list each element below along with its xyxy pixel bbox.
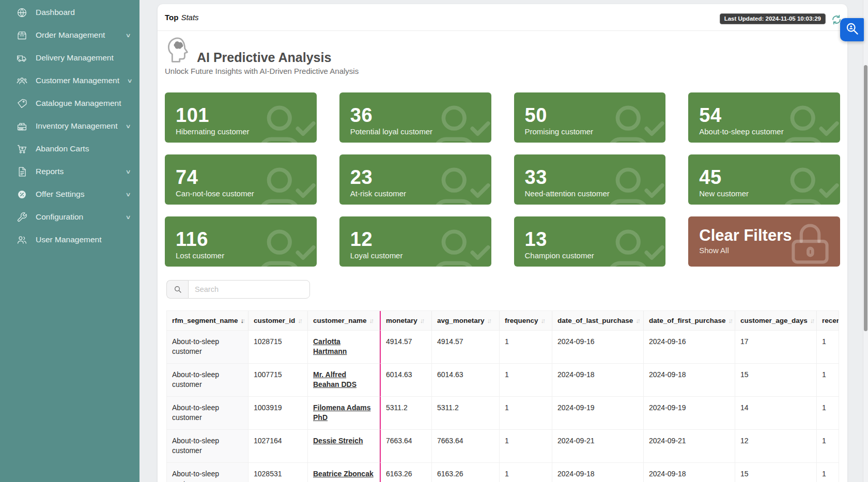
sidebar-item-label: User Management <box>36 235 130 244</box>
cell-frequency: 1 <box>500 463 552 482</box>
hero-title: AI Predictive Analysis <box>197 51 331 64</box>
column-header-avg-monetary[interactable]: avg_monetary↓↑ <box>432 311 500 331</box>
cell-age-days: 17 <box>735 331 817 364</box>
cell-avg-monetary: 6014.63 <box>432 364 500 397</box>
cell-date-first: 2024-09-18 <box>644 364 735 397</box>
sidebar-item-catalogue-management[interactable]: Catalogue Management <box>0 92 140 115</box>
sidebar-item-label: Reports <box>36 167 118 176</box>
cell-monetary: 7663.64 <box>380 430 432 463</box>
last-updated-badge: Last Updated: 2024-11-05 10:03:29 <box>720 13 826 24</box>
cell-customer-id: 1003919 <box>249 397 308 430</box>
stat-card-lost[interactable]: 116 Lost customer <box>165 216 317 267</box>
sidebar-item-order-management[interactable]: Order Management ∨ <box>0 24 140 46</box>
cell-age-days: 15 <box>735 463 817 482</box>
stat-card-hibernating[interactable]: 101 Hibernating customer <box>165 92 317 143</box>
column-header-date-of-first-purchase[interactable]: date_of_first_purchase↓↑ <box>644 311 735 331</box>
sidebar-item-label: Order Management <box>36 30 118 40</box>
cell-customer-id: 1028531 <box>249 463 308 482</box>
cell-recency: 1 <box>817 364 839 397</box>
cell-date-last: 2024-09-18 <box>552 463 644 482</box>
sidebar-item-label: Inventory Management <box>36 121 118 131</box>
customer-name-link[interactable]: Carlotta Hartmann <box>313 337 347 355</box>
cell-monetary: 4914.57 <box>380 331 432 364</box>
sidebar-item-reports[interactable]: Reports ∨ <box>0 160 140 183</box>
customer-name-link[interactable]: Mr. Alfred Beahan DDS <box>313 370 357 388</box>
column-header-customer-age-days[interactable]: customer_age_days↓↑ <box>735 311 817 331</box>
sidebar-item-label: Delivery Management <box>36 53 130 63</box>
cell-recency: 1 <box>817 430 839 463</box>
stat-card-promising[interactable]: 50 Promising customer <box>514 92 666 143</box>
table-row: About-to-sleep customer 1027164 Dessie S… <box>167 430 839 463</box>
cell-date-first: 2024-09-19 <box>644 397 735 430</box>
column-header-customer-id[interactable]: customer_id↓↑ <box>249 311 308 331</box>
customers-table: rfm_segment_name↓↑ customer_id↓↑ custome… <box>166 310 839 482</box>
tag-icon <box>17 98 27 109</box>
stat-card-champion[interactable]: 13 Champion customer <box>514 216 666 267</box>
clear-filters-button[interactable]: Clear Filters Show All <box>688 216 840 267</box>
sidebar-item-inventory-management[interactable]: Inventory Management ∨ <box>0 115 140 137</box>
sort-arrows-icon: ↓↑ <box>541 317 545 324</box>
customers-icon <box>17 75 27 86</box>
cell-customer-name: Carlotta Hartmann <box>308 331 380 364</box>
column-header-rfm-segment-name[interactable]: rfm_segment_name↓↑ <box>167 311 249 331</box>
stat-card-about-to-sleep[interactable]: 54 About-to-sleep customer <box>688 92 840 143</box>
cell-frequency: 1 <box>500 430 552 463</box>
cell-customer-name: Beatrice Zboncak <box>308 463 380 482</box>
column-header-customer-name[interactable]: customer_name↓↑ <box>308 311 380 331</box>
page-scrollbar-thumb[interactable] <box>864 65 867 331</box>
cell-date-first: 2024-09-21 <box>644 430 735 463</box>
column-header-monetary[interactable]: monetary↓↑ <box>380 311 432 331</box>
stat-card-need-attention[interactable]: 33 Need-attention customer <box>514 154 666 205</box>
column-header-recency[interactable]: recency <box>817 311 839 331</box>
user-check-icon <box>430 100 491 143</box>
cell-customer-id: 1007715 <box>249 364 308 397</box>
ai-head-brain-icon <box>165 37 191 66</box>
cell-monetary: 5311.2 <box>380 397 432 430</box>
sidebar-item-configuration[interactable]: Configuration ∨ <box>0 206 140 228</box>
user-search-icon <box>845 22 859 38</box>
floating-user-search-button[interactable] <box>840 18 864 41</box>
inventory-icon <box>17 121 27 132</box>
search-input[interactable] <box>188 280 310 299</box>
page-scrollbar-track <box>863 0 868 482</box>
stat-card-potential-loyal[interactable]: 36 Potential loyal customer <box>339 92 491 143</box>
chevron-down-icon: ∨ <box>125 123 131 130</box>
cell-monetary: 6163.26 <box>380 463 432 482</box>
sort-arrows-icon: ↓↑ <box>420 317 424 324</box>
table-header-row: rfm_segment_name↓↑ customer_id↓↑ custome… <box>167 311 839 331</box>
user-check-icon <box>605 162 665 205</box>
cell-age-days: 15 <box>735 364 817 397</box>
customer-name-link[interactable]: Filomena Adams PhD <box>313 403 371 422</box>
table-row: About-to-sleep customer 1028715 Carlotta… <box>167 331 839 364</box>
sidebar-item-label: Customer Management <box>36 76 119 85</box>
sidebar-item-customer-management[interactable]: Customer Management ∨ <box>0 69 140 92</box>
cell-rfm-segment: About-to-sleep customer <box>167 364 249 397</box>
user-check-icon <box>256 100 317 143</box>
column-header-frequency[interactable]: frequency↓↑ <box>500 311 552 331</box>
stat-card-new-customer[interactable]: 45 New customer <box>688 154 840 205</box>
stat-card-can-not-lose[interactable]: 74 Can-not-lose customer <box>165 154 317 205</box>
cell-rfm-segment: About-to-sleep customer <box>167 463 249 482</box>
truck-icon <box>17 53 27 64</box>
sort-arrows-icon: ↓↑ <box>241 317 244 324</box>
cell-frequency: 1 <box>500 331 552 364</box>
hero-subtitle: Unlock Future Insights with AI-Driven Pr… <box>165 67 840 75</box>
user-check-icon <box>430 224 491 267</box>
stat-card-at-risk[interactable]: 23 At-risk customer <box>339 154 491 205</box>
sidebar-item-delivery-management[interactable]: Delivery Management <box>0 46 140 69</box>
lock-icon <box>786 220 834 267</box>
column-header-date-of-last-purchase[interactable]: date_of_last_purchase↓↑ <box>552 311 644 331</box>
customer-name-link[interactable]: Dessie Streich <box>313 437 363 445</box>
cell-customer-id: 1027164 <box>249 430 308 463</box>
user-check-icon <box>430 162 491 205</box>
cell-rfm-segment: About-to-sleep customer <box>167 331 249 364</box>
sidebar-item-offer-settings[interactable]: Offer Settings ∨ <box>0 183 140 206</box>
sidebar-item-user-management[interactable]: User Management <box>0 228 140 251</box>
cell-customer-name: Filomena Adams PhD <box>308 397 380 430</box>
customer-name-link[interactable]: Beatrice Zboncak <box>313 470 374 478</box>
stat-card-loyal[interactable]: 12 Loyal customer <box>339 216 491 267</box>
sidebar-item-abandon-carts[interactable]: Abandon Carts <box>0 137 140 160</box>
cell-customer-name: Dessie Streich <box>308 430 380 463</box>
sidebar-item-dashboard[interactable]: Dashboard <box>0 1 140 24</box>
user-check-icon <box>605 224 665 267</box>
